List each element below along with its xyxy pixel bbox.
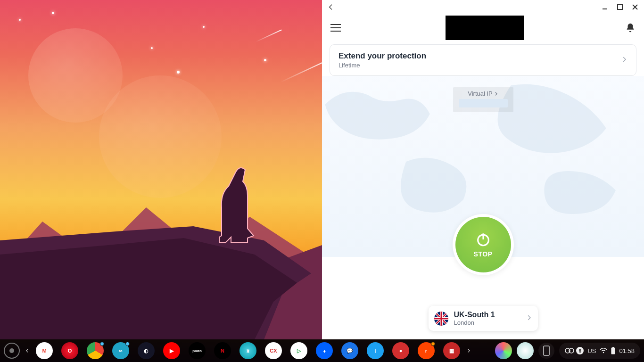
app-seahorse[interactable]: § [239,342,256,359]
app-vpn-app[interactable]: ∞ [112,342,129,359]
virtual-ip-label: Virtual IP [468,90,493,97]
promo-subtitle: Lifetime [339,62,426,69]
power-label: STOP [474,250,493,258]
app-reddit[interactable]: r [418,342,435,359]
extend-protection-card[interactable]: Extend your protection Lifetime [330,44,636,76]
virtual-ip-value-redacted [459,99,508,107]
app-red-square[interactable]: ▦ [443,342,460,359]
phone-hub-icon[interactable] [538,343,554,359]
window-titlebar [322,0,644,14]
app-netflix[interactable]: N [214,342,231,359]
tote-app-icon[interactable] [495,342,512,359]
flag-uk-icon [434,312,448,326]
vpn-status-icon: 6 [565,347,584,354]
app-speedtest[interactable]: ◐ [138,342,155,359]
svg-point-14 [603,352,604,354]
virtual-ip-badge[interactable]: Virtual IP [453,87,513,112]
app-dropbox[interactable]: ⬧ [316,342,333,359]
app-gmail[interactable]: M [36,342,53,359]
battery-icon [611,347,615,354]
stop-button[interactable]: STOP [455,217,511,272]
app-header [322,14,644,41]
app-opera[interactable]: O [61,342,78,359]
close-button[interactable] [629,1,641,13]
svg-rect-11 [544,346,549,355]
back-button[interactable] [325,1,337,13]
status-tray[interactable]: 6 US 01:58 [559,343,640,359]
power-button-wrapper: STOP [453,214,514,275]
shelf-apps: MO∞◐▶plutoN§CX▷⬧💬t●r▦ [36,342,460,359]
server-selector[interactable]: UK-South 1 London [429,306,538,331]
launcher-button[interactable] [4,343,20,359]
server-name: UK-South 1 [454,311,495,319]
svg-rect-15 [611,348,615,354]
pwa-icon[interactable] [517,342,534,359]
notifications-icon[interactable] [625,23,636,33]
app-logo [446,16,524,40]
shelf-scroll-right[interactable] [463,343,474,359]
chromeos-shelf: MO∞◐▶plutoN§CX▷⬧💬t●r▦ 6 US 01:58 [0,339,644,362]
shelf-status-area: 6 US 01:58 [495,342,640,359]
chevron-right-icon [621,56,627,65]
app-chrome[interactable] [87,342,104,359]
app-pluto-tv[interactable]: pluto [189,342,206,359]
vpn-app-window: Extend your protection Lifetime Virtual … [322,0,644,339]
power-icon [475,231,491,247]
app-play-store[interactable]: ▷ [290,342,307,359]
keyboard-layout: US [587,347,596,354]
app-youtube[interactable]: ▶ [163,342,180,359]
svg-rect-3 [618,5,622,9]
menu-icon[interactable] [330,21,344,34]
wifi-icon [600,348,607,354]
svg-rect-10 [434,318,448,319]
minimize-button[interactable] [599,1,611,13]
clock: 01:58 [619,347,635,354]
shelf-scroll-left[interactable] [22,343,33,359]
chevron-right-icon [494,91,498,96]
server-city: London [454,319,495,326]
svg-rect-16 [612,347,614,348]
maximize-button[interactable] [614,1,626,13]
app-red-app[interactable]: ● [392,342,409,359]
connection-controls: STOP UK-South 1 London [322,257,644,339]
app-messages[interactable]: 💬 [341,342,358,359]
status-count-badge: 6 [576,347,584,354]
app-cx[interactable]: CX [265,342,282,359]
app-twitter[interactable]: t [367,342,384,359]
chevron-right-icon [526,314,532,323]
promo-title: Extend your protection [339,51,426,61]
